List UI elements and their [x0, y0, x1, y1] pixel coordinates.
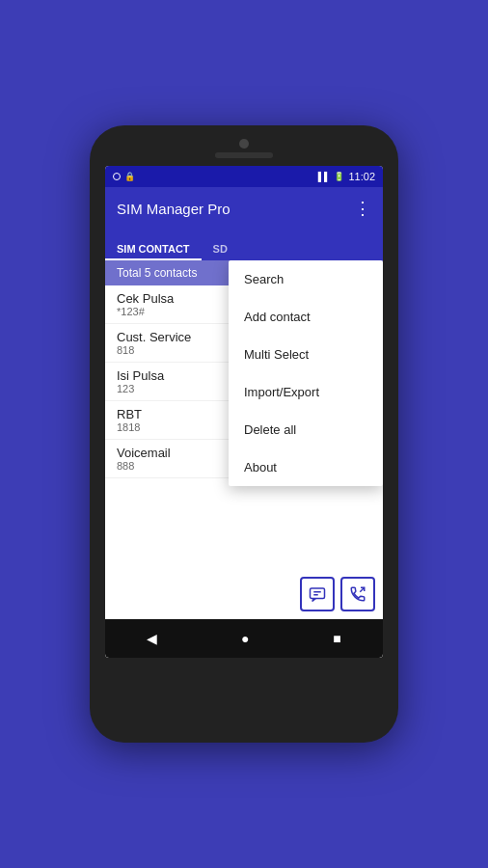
- tabs-bar: SIM CONTACT SD: [105, 230, 383, 260]
- phone-top: [90, 135, 398, 166]
- time-display: 11:02: [348, 171, 375, 182]
- recent-button[interactable]: ■: [333, 631, 340, 646]
- home-button[interactable]: ●: [241, 631, 249, 646]
- signal-icon: ▌▌: [318, 172, 331, 181]
- status-bar: 🔒 ▌▌ 🔋 11:02: [105, 166, 383, 187]
- battery-icon: 🔋: [334, 172, 344, 181]
- menu-item-import-export[interactable]: Import/Export: [229, 373, 383, 411]
- speaker: [215, 152, 273, 158]
- back-button[interactable]: ◀: [147, 631, 157, 646]
- more-options-icon[interactable]: ⋮: [354, 198, 371, 219]
- message-icon: [309, 585, 326, 603]
- phone-frame: 🔒 ▌▌ 🔋 11:02 SIM Manager Pro ⋮ SIM CONTA…: [90, 125, 398, 743]
- bottom-nav: ◀ ● ■: [105, 619, 383, 658]
- menu-item-multi-select[interactable]: Multi Select: [229, 336, 383, 373]
- lock-icon: 🔒: [124, 172, 135, 181]
- call-forward-icon: [349, 585, 366, 603]
- camera: [239, 139, 249, 149]
- fab-area: [300, 577, 375, 611]
- menu-item-delete-all[interactable]: Delete all: [229, 411, 383, 448]
- app-title: SIM Manager Pro: [117, 201, 354, 217]
- status-left: 🔒: [113, 172, 135, 181]
- status-circle-icon: [113, 173, 121, 180]
- screen: 🔒 ▌▌ 🔋 11:02 SIM Manager Pro ⋮ SIM CONTA…: [105, 166, 383, 658]
- menu-item-about[interactable]: About: [229, 448, 383, 486]
- status-right: ▌▌ 🔋 11:02: [318, 171, 375, 182]
- tab-sd[interactable]: SD: [202, 243, 239, 260]
- call-fab-button[interactable]: [340, 577, 375, 611]
- dropdown-menu: Search Add contact Multi Select Import/E…: [229, 260, 383, 486]
- app-bar: SIM Manager Pro ⋮: [105, 187, 383, 230]
- svg-rect-0: [311, 588, 325, 599]
- tab-sim-contact[interactable]: SIM CONTACT: [105, 243, 202, 260]
- menu-item-add-contact[interactable]: Add contact: [229, 298, 383, 336]
- menu-item-search[interactable]: Search: [229, 260, 383, 298]
- sms-fab-button[interactable]: [300, 577, 335, 611]
- content-area: Total 5 contacts Cek Pulsa *123# Cust. S…: [105, 260, 383, 619]
